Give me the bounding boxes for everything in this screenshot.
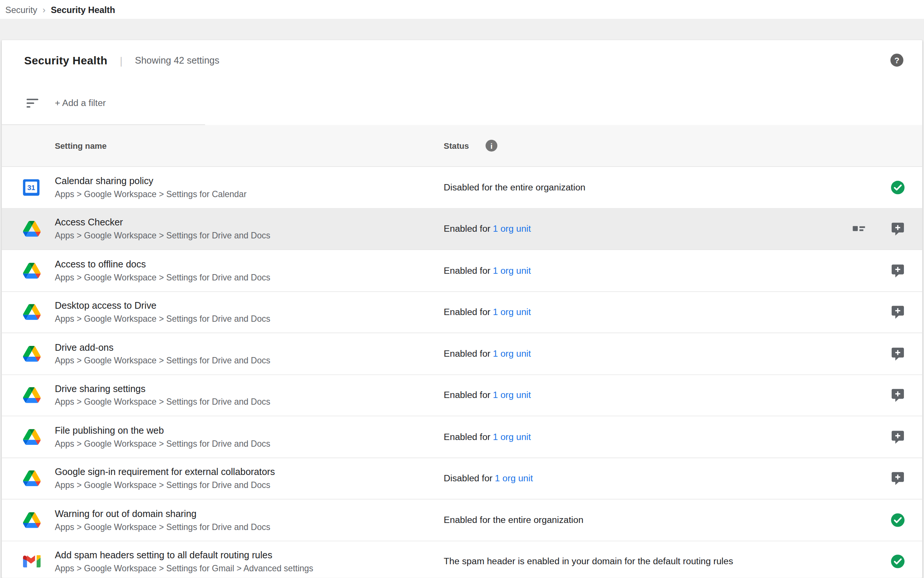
table-header: Setting name Status i xyxy=(2,125,922,167)
check-circle-icon xyxy=(890,180,905,195)
status-text: The spam header is enabled in your domai… xyxy=(444,556,733,566)
breadcrumb-current: Security Health xyxy=(51,5,115,15)
setting-text: Warning for out of domain sharing Apps >… xyxy=(55,507,270,533)
recommendation-flag-icon[interactable] xyxy=(890,305,905,320)
column-status: Status xyxy=(444,141,469,150)
setting-path: Apps > Google Workspace > Settings for D… xyxy=(55,396,270,408)
setting-status: Enabled for1 org unit xyxy=(444,265,531,276)
recommendation-flag-icon[interactable] xyxy=(890,263,905,278)
status-text: Enabled for xyxy=(444,432,490,442)
status-text: Enabled for xyxy=(444,224,490,234)
setting-path: Apps > Google Workspace > Settings for D… xyxy=(55,271,270,283)
setting-name: Add spam headers setting to all default … xyxy=(55,549,313,561)
setting-name: Access to offline docs xyxy=(55,258,270,270)
setting-name: File publishing on the web xyxy=(55,424,270,436)
org-unit-link[interactable]: 1 org unit xyxy=(493,307,531,317)
setting-row[interactable]: Drive sharing settings Apps > Google Wor… xyxy=(2,375,922,417)
breadcrumb: Security › Security Health xyxy=(0,0,924,19)
setting-row[interactable]: 31 Calendar sharing policy Apps > Google… xyxy=(2,167,922,209)
security-health-card: Security Health | Showing 42 settings ? … xyxy=(2,40,922,578)
org-unit-link[interactable]: 1 org unit xyxy=(493,224,531,234)
setting-status: Enabled for1 org unit xyxy=(444,307,531,318)
google-drive-icon xyxy=(23,263,41,279)
setting-text: Desktop access to Drive Apps > Google Wo… xyxy=(55,299,270,325)
status-text: Disabled for xyxy=(444,473,492,483)
setting-text: Drive sharing settings Apps > Google Wor… xyxy=(55,383,270,408)
google-drive-icon xyxy=(23,221,41,237)
status-text: Enabled for the entire organization xyxy=(444,515,584,525)
google-drive-icon xyxy=(23,471,41,487)
setting-path: Apps > Google Workspace > Settings for D… xyxy=(55,313,270,325)
setting-path: Apps > Google Workspace > Settings for D… xyxy=(55,438,270,450)
org-unit-link[interactable]: 1 org unit xyxy=(493,432,531,442)
setting-row[interactable]: Google sign-in requirement for external … xyxy=(2,458,922,500)
google-calendar-icon: 31 xyxy=(23,179,39,196)
setting-path: Apps > Google Workspace > Settings for D… xyxy=(55,230,270,242)
recommendation-flag-icon[interactable] xyxy=(890,222,905,237)
setting-name: Drive sharing settings xyxy=(55,383,270,395)
setting-row[interactable]: Desktop access to Drive Apps > Google Wo… xyxy=(2,292,922,333)
setting-path: Apps > Google Workspace > Settings for D… xyxy=(55,521,270,533)
security-health-page: Security › Security Health Security Heal… xyxy=(0,0,924,578)
setting-name: Access Checker xyxy=(55,216,270,228)
setting-row[interactable]: Warning for out of domain sharing Apps >… xyxy=(2,500,922,541)
status-text: Disabled for the entire organization xyxy=(444,182,586,192)
google-drive-icon xyxy=(23,304,41,320)
setting-name: Drive add-ons xyxy=(55,341,270,353)
setting-path: Apps > Google Workspace > Settings for G… xyxy=(55,562,313,574)
breadcrumb-security-link[interactable]: Security xyxy=(5,5,37,15)
setting-text: Calendar sharing policy Apps > Google Wo… xyxy=(55,175,246,200)
setting-row[interactable]: Access Checker Apps > Google Workspace >… xyxy=(2,208,922,250)
org-unit-link[interactable]: 1 org unit xyxy=(493,349,531,359)
recommendation-flag-icon[interactable] xyxy=(890,388,905,403)
calendar-day-label: 31 xyxy=(25,182,37,193)
card-header: Security Health | Showing 42 settings ? xyxy=(2,40,922,81)
setting-path: Apps > Google Workspace > Settings for D… xyxy=(55,479,275,491)
setting-row[interactable]: Access to offline docs Apps > Google Wor… xyxy=(2,250,922,292)
setting-status: Enabled for1 org unit xyxy=(444,432,531,442)
filter-list-icon xyxy=(26,99,39,108)
setting-row[interactable]: Drive add-ons Apps > Google Workspace > … xyxy=(2,333,922,375)
setting-name: Warning for out of domain sharing xyxy=(55,507,270,520)
status-text: Enabled for xyxy=(444,349,490,359)
setting-text: Access Checker Apps > Google Workspace >… xyxy=(55,216,270,241)
check-circle-icon xyxy=(890,554,905,569)
help-icon[interactable]: ? xyxy=(890,54,903,67)
settings-table-body: 31 Calendar sharing policy Apps > Google… xyxy=(2,167,922,578)
setting-text: Drive add-ons Apps > Google Workspace > … xyxy=(55,341,270,366)
setting-name: Google sign-in requirement for external … xyxy=(55,466,275,478)
status-text: Enabled for xyxy=(444,265,490,275)
setting-row[interactable]: File publishing on the web Apps > Google… xyxy=(2,416,922,458)
recommendation-flag-icon[interactable] xyxy=(890,430,905,445)
google-drive-icon xyxy=(23,346,41,362)
status-text: Enabled for xyxy=(444,307,490,317)
status-info-icon[interactable]: i xyxy=(485,140,497,152)
recommendation-flag-icon[interactable] xyxy=(890,471,905,486)
title-divider: | xyxy=(120,55,122,67)
add-filter-button[interactable]: + Add a filter xyxy=(55,98,105,109)
recommendation-flag-icon[interactable] xyxy=(890,346,905,361)
org-unit-link[interactable]: 1 org unit xyxy=(495,473,532,483)
breadcrumb-chevron-icon: › xyxy=(42,5,45,15)
setting-name: Desktop access to Drive xyxy=(55,299,270,312)
page-title: Security Health xyxy=(24,54,107,67)
org-unit-link[interactable]: 1 org unit xyxy=(493,390,531,400)
setting-status: Enabled for1 org unit xyxy=(444,224,531,234)
info-glyph: i xyxy=(490,141,492,150)
details-icon[interactable] xyxy=(852,224,866,234)
setting-status: Enabled for1 org unit xyxy=(444,390,531,401)
setting-row[interactable]: Add spam headers setting to all default … xyxy=(2,541,922,578)
setting-text: File publishing on the web Apps > Google… xyxy=(55,424,270,449)
setting-status: Enabled for the entire organization xyxy=(444,515,584,526)
setting-status: Enabled for1 org unit xyxy=(444,349,531,359)
setting-status: The spam header is enabled in your domai… xyxy=(444,556,733,567)
status-text: Enabled for xyxy=(444,390,490,400)
column-setting-name: Setting name xyxy=(55,141,106,150)
google-drive-icon xyxy=(23,387,41,403)
setting-status: Disabled for the entire organization xyxy=(444,182,586,193)
setting-text: Google sign-in requirement for external … xyxy=(55,466,275,491)
org-unit-link[interactable]: 1 org unit xyxy=(493,265,531,275)
check-circle-icon xyxy=(890,513,905,528)
setting-name: Calendar sharing policy xyxy=(55,175,246,187)
setting-text: Access to offline docs Apps > Google Wor… xyxy=(55,258,270,283)
